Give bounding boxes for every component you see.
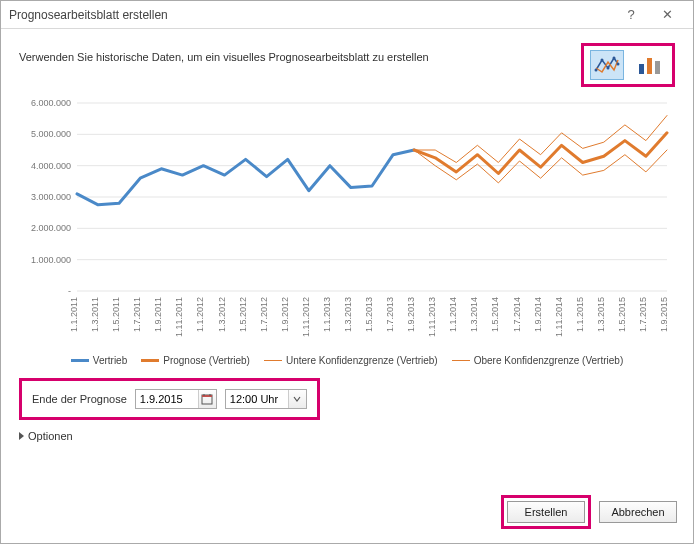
svg-text:1.9.2015: 1.9.2015 bbox=[659, 297, 669, 332]
svg-text:1.7.2014: 1.7.2014 bbox=[512, 297, 522, 332]
close-icon: ✕ bbox=[662, 7, 673, 22]
svg-point-0 bbox=[595, 69, 598, 72]
legend-item: Untere Konfidenzgrenze (Vertrieb) bbox=[264, 355, 438, 366]
bar-chart-type-button[interactable] bbox=[632, 50, 666, 80]
svg-text:1.9.2012: 1.9.2012 bbox=[280, 297, 290, 332]
svg-rect-7 bbox=[655, 61, 660, 74]
legend-item: Vertrieb bbox=[71, 355, 127, 366]
svg-text:1.7.2013: 1.7.2013 bbox=[385, 297, 395, 332]
forecast-end-row: Ende der Prognose bbox=[19, 378, 320, 420]
titlebar: Prognosearbeitsblatt erstellen ? ✕ bbox=[1, 1, 693, 29]
forecast-end-time-field[interactable] bbox=[225, 389, 307, 409]
svg-text:1.5.2012: 1.5.2012 bbox=[238, 297, 248, 332]
legend-label: Untere Konfidenzgrenze (Vertrieb) bbox=[286, 355, 438, 366]
forecast-end-label: Ende der Prognose bbox=[32, 393, 127, 405]
svg-text:1.3.2015: 1.3.2015 bbox=[596, 297, 606, 332]
legend-item: Prognose (Vertrieb) bbox=[141, 355, 250, 366]
date-picker-button[interactable] bbox=[198, 390, 216, 408]
options-label: Optionen bbox=[28, 430, 73, 442]
svg-text:1.9.2011: 1.9.2011 bbox=[153, 297, 163, 332]
svg-text:1.5.2014: 1.5.2014 bbox=[490, 297, 500, 332]
time-dropdown-button[interactable] bbox=[288, 390, 306, 408]
options-expander[interactable]: Optionen bbox=[19, 430, 675, 442]
svg-text:1.3.2014: 1.3.2014 bbox=[469, 297, 479, 332]
svg-text:1.9.2014: 1.9.2014 bbox=[533, 297, 543, 332]
svg-point-1 bbox=[601, 59, 604, 62]
help-button[interactable]: ? bbox=[613, 1, 649, 29]
svg-text:1.1.2014: 1.1.2014 bbox=[448, 297, 458, 332]
svg-text:1.7.2012: 1.7.2012 bbox=[259, 297, 269, 332]
line-chart-type-button[interactable] bbox=[590, 50, 624, 80]
calendar-icon bbox=[201, 393, 213, 405]
legend-label: Vertrieb bbox=[93, 355, 127, 366]
close-button[interactable]: ✕ bbox=[649, 1, 685, 29]
svg-text:1.1.2011: 1.1.2011 bbox=[69, 297, 79, 332]
svg-rect-6 bbox=[647, 58, 652, 74]
bar-chart-icon bbox=[636, 54, 662, 76]
svg-text:1.1.2015: 1.1.2015 bbox=[575, 297, 585, 332]
svg-text:3.000.000: 3.000.000 bbox=[31, 192, 71, 202]
svg-text:1.9.2013: 1.9.2013 bbox=[406, 297, 416, 332]
svg-text:4.000.000: 4.000.000 bbox=[31, 161, 71, 171]
chart-legend: VertriebPrognose (Vertrieb)Untere Konfid… bbox=[19, 355, 675, 366]
svg-point-4 bbox=[617, 63, 620, 66]
legend-swatch bbox=[71, 359, 89, 362]
legend-swatch bbox=[452, 360, 470, 361]
line-chart-icon bbox=[594, 54, 620, 76]
description-text: Verwenden Sie historische Daten, um ein … bbox=[19, 43, 581, 63]
chevron-down-icon bbox=[292, 394, 302, 404]
legend-swatch bbox=[264, 360, 282, 361]
svg-text:5.000.000: 5.000.000 bbox=[31, 129, 71, 139]
svg-text:1.3.2011: 1.3.2011 bbox=[90, 297, 100, 332]
legend-label: Prognose (Vertrieb) bbox=[163, 355, 250, 366]
svg-rect-5 bbox=[639, 64, 644, 74]
svg-text:1.5.2011: 1.5.2011 bbox=[111, 297, 121, 332]
svg-text:1.1.2013: 1.1.2013 bbox=[322, 297, 332, 332]
help-icon: ? bbox=[627, 7, 634, 22]
forecast-chart: -1.000.0002.000.0003.000.0004.000.0005.0… bbox=[19, 93, 677, 353]
svg-text:1.11.2011: 1.11.2011 bbox=[174, 297, 184, 337]
svg-text:1.11.2014: 1.11.2014 bbox=[554, 297, 564, 337]
dialog-footer: Erstellen Abbrechen bbox=[1, 485, 693, 543]
create-button[interactable]: Erstellen bbox=[507, 501, 585, 523]
svg-text:1.5.2015: 1.5.2015 bbox=[617, 297, 627, 332]
forecast-end-date-field[interactable] bbox=[135, 389, 217, 409]
svg-text:1.7.2015: 1.7.2015 bbox=[638, 297, 648, 332]
create-button-highlight: Erstellen bbox=[501, 495, 591, 529]
svg-text:1.7.2011: 1.7.2011 bbox=[132, 297, 142, 332]
svg-text:1.3.2013: 1.3.2013 bbox=[343, 297, 353, 332]
svg-point-2 bbox=[607, 67, 610, 70]
svg-text:1.1.2012: 1.1.2012 bbox=[195, 297, 205, 332]
legend-label: Obere Konfidenzgrenze (Vertrieb) bbox=[474, 355, 624, 366]
svg-text:1.000.000: 1.000.000 bbox=[31, 255, 71, 265]
chart-type-selector bbox=[581, 43, 675, 87]
svg-text:-: - bbox=[68, 286, 71, 296]
svg-text:6.000.000: 6.000.000 bbox=[31, 98, 71, 108]
expand-icon bbox=[19, 432, 24, 440]
forecast-end-date-input[interactable] bbox=[136, 390, 198, 408]
svg-text:1.3.2012: 1.3.2012 bbox=[217, 297, 227, 332]
svg-text:1.5.2013: 1.5.2013 bbox=[364, 297, 374, 332]
forecast-end-time-input[interactable] bbox=[226, 390, 288, 408]
svg-text:1.11.2012: 1.11.2012 bbox=[301, 297, 311, 337]
dialog-title: Prognosearbeitsblatt erstellen bbox=[9, 8, 168, 22]
svg-point-3 bbox=[613, 57, 616, 60]
legend-item: Obere Konfidenzgrenze (Vertrieb) bbox=[452, 355, 624, 366]
legend-swatch bbox=[141, 359, 159, 362]
svg-text:2.000.000: 2.000.000 bbox=[31, 223, 71, 233]
cancel-button[interactable]: Abbrechen bbox=[599, 501, 677, 523]
svg-text:1.11.2013: 1.11.2013 bbox=[427, 297, 437, 337]
forecast-dialog: Prognosearbeitsblatt erstellen ? ✕ Verwe… bbox=[0, 0, 694, 544]
